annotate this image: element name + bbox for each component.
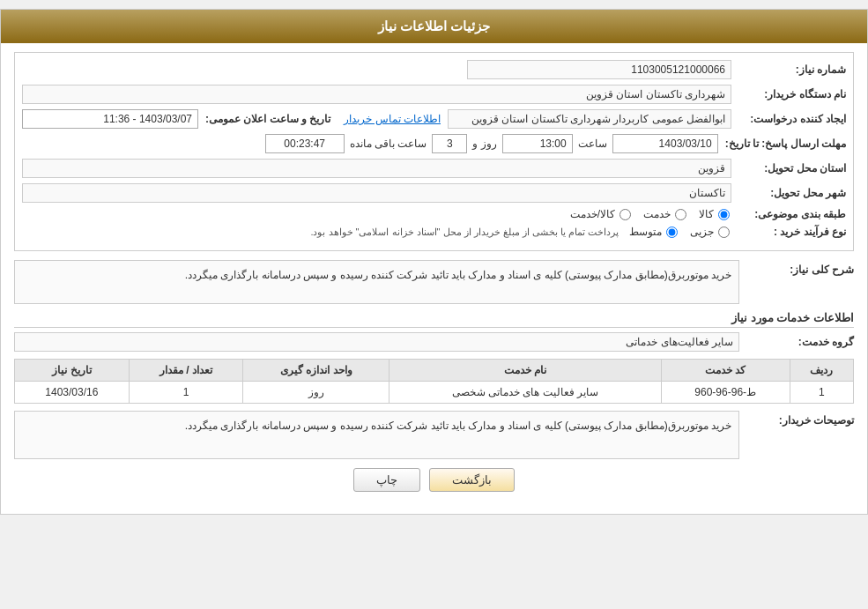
need-description-box: خرید موتوربرق(مطابق مدارک پیوستی) کلیه ی… bbox=[14, 260, 739, 304]
button-bar: بازگشت چاپ bbox=[14, 459, 854, 505]
cell-date: 1403/03/16 bbox=[15, 382, 130, 404]
service-group-label: گروه خدمت: bbox=[739, 336, 854, 348]
process-note: پرداخت تمام یا بخشی از مبلغ خریدار از مح… bbox=[310, 227, 619, 238]
province-label: استان محل تحویل: bbox=[731, 162, 846, 175]
cell-row-num: 1 bbox=[790, 382, 853, 404]
city-label: شهر محل تحویل: bbox=[731, 187, 846, 199]
buyer-description-box: خرید موتوربرق(مطابق مدارک پیوستی) کلیه ی… bbox=[14, 411, 739, 459]
col-header-service-name: نام خدمت bbox=[389, 360, 661, 382]
city-value: تاکستان bbox=[22, 183, 731, 203]
cell-unit: روز bbox=[243, 382, 389, 404]
print-button[interactable]: چاپ bbox=[353, 468, 420, 492]
back-button[interactable]: بازگشت bbox=[429, 468, 515, 492]
buyer-org-label: نام دستگاه خریدار: bbox=[731, 88, 846, 100]
process-label: نوع فرآیند خرید : bbox=[731, 226, 846, 238]
col-header-unit: واحد اندازه گیری bbox=[243, 360, 389, 382]
page-title: جزئیات اطلاعات نیاز bbox=[378, 19, 490, 33]
need-description-row: شرح کلی نیاز: خرید موتوربرق(مطابق مدارک … bbox=[14, 260, 854, 304]
service-group-row: گروه خدمت: سایر فعالیت‌های خدماتی bbox=[14, 332, 854, 352]
need-number-value: 1103005121000066 bbox=[467, 60, 731, 79]
buyer-description-row: توصیحات خریدار: خرید موتوربرق(مطابق مدار… bbox=[14, 411, 854, 459]
page-header: جزئیات اطلاعات نیاز bbox=[1, 10, 867, 43]
table-row: 1 ط-96-96-960 سایر فعالیت های خدماتی شخص… bbox=[15, 382, 854, 404]
need-description-label: شرح کلی نیاز: bbox=[739, 260, 854, 276]
need-number-label: شماره نیاز: bbox=[731, 63, 846, 76]
date-label: مهلت ارسال پاسخ: تا تاریخ: bbox=[718, 137, 846, 150]
cell-quantity: 1 bbox=[129, 382, 243, 404]
requester-label: ایجاد کننده درخواست: bbox=[731, 113, 846, 125]
col-header-quantity: تعداد / مقدار bbox=[129, 360, 243, 382]
service-group-value: سایر فعالیت‌های خدماتی bbox=[14, 332, 739, 352]
page-content: شماره نیاز: 1103005121000066 نام دستگاه … bbox=[1, 43, 867, 514]
province-value: قزوین bbox=[22, 159, 731, 178]
pub-date-label: تاریخ و ساعت اعلان عمومی: bbox=[198, 113, 330, 125]
remaining-value: 00:23:47 bbox=[265, 134, 345, 153]
process-row: نوع فرآیند خرید : جزیی متوسط پرداخت تمام… bbox=[22, 226, 846, 238]
services-section-title: اطلاعات خدمات مورد نیاز bbox=[14, 311, 854, 328]
remaining-label: ساعت باقی مانده bbox=[350, 137, 427, 150]
cell-service-name: سایر فعالیت های خدماتی شخصی bbox=[389, 382, 661, 404]
category-goods[interactable]: کالا bbox=[699, 208, 731, 220]
category-service[interactable]: خدمت bbox=[643, 208, 688, 220]
day-label: روز و bbox=[472, 137, 496, 150]
col-header-service-code: کد خدمت bbox=[661, 360, 790, 382]
services-table-wrapper: ردیف کد خدمت نام خدمت واحد اندازه گیری ت… bbox=[14, 359, 854, 404]
category-both[interactable]: کالا/خدمت bbox=[570, 208, 633, 220]
province-row: استان محل تحویل: قزوین bbox=[22, 159, 846, 178]
buyer-org-value: شهرداری تاکستان استان قزوین bbox=[22, 85, 731, 104]
date-value: 1403/03/10 bbox=[612, 134, 718, 153]
buyer-org-row: نام دستگاه خریدار: شهرداری تاکستان استان… bbox=[22, 85, 846, 104]
need-number-row: شماره نیاز: 1103005121000066 bbox=[22, 60, 846, 79]
process-partial[interactable]: جزیی bbox=[690, 226, 731, 238]
requester-row: ایجاد کننده درخواست: ابوالفضل عمومی کارب… bbox=[22, 109, 846, 129]
requester-value: ابوالفضل عمومی کاربردار شهرداری تاکستان … bbox=[448, 109, 731, 129]
time-label: ساعت bbox=[578, 137, 607, 150]
date-row: مهلت ارسال پاسخ: تا تاریخ: 1403/03/10 سا… bbox=[22, 134, 846, 153]
col-header-date: تاریخ نیاز bbox=[15, 360, 130, 382]
city-row: شهر محل تحویل: تاکستان bbox=[22, 183, 846, 203]
category-row: طبقه بندی موضوعی: کالا خدمت کالا/خدمت bbox=[22, 208, 846, 220]
page-wrapper: جزئیات اطلاعات نیاز شماره نیاز: 11030051… bbox=[0, 9, 868, 515]
day-value: 3 bbox=[432, 134, 467, 153]
time-value: 13:00 bbox=[502, 134, 573, 153]
category-radio-group: کالا خدمت کالا/خدمت bbox=[22, 208, 731, 220]
process-radio-group: جزیی متوسط پرداخت تمام یا بخشی از مبلغ خ… bbox=[22, 226, 731, 238]
buyer-description-label: توصیحات خریدار: bbox=[739, 411, 854, 427]
basic-info-section: شماره نیاز: 1103005121000066 نام دستگاه … bbox=[14, 52, 854, 251]
pub-date-value: 1403/03/07 - 11:36 bbox=[22, 109, 198, 129]
col-header-row-num: ردیف bbox=[790, 360, 853, 382]
contact-link[interactable]: اطلاعات تماس خریدار bbox=[344, 113, 441, 125]
process-medium[interactable]: متوسط bbox=[629, 226, 679, 238]
category-label: طبقه بندی موضوعی: bbox=[731, 208, 846, 220]
services-table: ردیف کد خدمت نام خدمت واحد اندازه گیری ت… bbox=[14, 359, 854, 404]
cell-service-code: ط-96-96-960 bbox=[661, 382, 790, 404]
